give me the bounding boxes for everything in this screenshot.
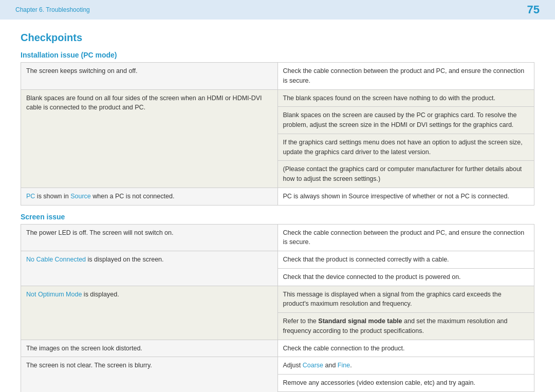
not-optimum-mode-link[interactable]: Not Optimum Mode bbox=[26, 291, 82, 298]
page-number: 75 bbox=[527, 3, 540, 16]
section-title-installation: Installation issue (PC mode) bbox=[21, 51, 534, 59]
solution-cell: The blank spaces found on the screen hav… bbox=[278, 89, 534, 107]
solution-cell: Check that the device connected to the p… bbox=[278, 268, 534, 286]
table-row: PC is shown in Source when a PC is not c… bbox=[21, 188, 534, 205]
solution-cell: This message is displayed when a signal … bbox=[278, 286, 534, 313]
solution-cell: (Please contact the graphics card or com… bbox=[278, 161, 534, 188]
solution-cell: PC is always shown in Source irrespectiv… bbox=[278, 188, 534, 205]
solution-cell: Check the cable connection between the p… bbox=[278, 224, 534, 251]
solution-cell: Adjust Coarse and Fine. bbox=[278, 357, 534, 375]
table-row: Blank spaces are found on all four sides… bbox=[21, 89, 534, 107]
issue-cell: The screen is not clear. The screen is b… bbox=[21, 357, 278, 392]
table-row: The power LED is off. The screen will no… bbox=[21, 224, 534, 251]
installation-table: The screen keeps switching on and off. C… bbox=[21, 62, 534, 206]
solution-cell: If the graphics card settings menu does … bbox=[278, 134, 534, 161]
solution-cell: Refer to the Standard signal mode table … bbox=[278, 313, 534, 340]
solution-cell: Check the cable connection to the produc… bbox=[278, 340, 534, 357]
page-header: Chapter 6. Troubleshooting 75 bbox=[0, 0, 555, 20]
issue-cell: No Cable Connected is displayed on the s… bbox=[21, 251, 278, 286]
standard-signal-text: Standard signal mode table bbox=[318, 318, 402, 325]
no-cable-connected-link[interactable]: No Cable Connected bbox=[26, 256, 86, 263]
section-title-screen: Screen issue bbox=[21, 213, 534, 221]
fine-link[interactable]: Fine bbox=[338, 362, 350, 369]
pc-link[interactable]: PC bbox=[26, 193, 35, 200]
table-row: The screen keeps switching on and off. C… bbox=[21, 63, 534, 90]
issue-cell: PC is shown in Source when a PC is not c… bbox=[21, 188, 278, 205]
coarse-link[interactable]: Coarse bbox=[303, 362, 323, 369]
chapter-label: Chapter 6. Troubleshooting bbox=[15, 6, 90, 13]
main-content: Checkpoints Installation issue (PC mode)… bbox=[0, 20, 555, 392]
source-link[interactable]: Source bbox=[70, 193, 91, 200]
issue-cell: Not Optimum Mode is displayed. bbox=[21, 286, 278, 340]
table-row: No Cable Connected is displayed on the s… bbox=[21, 251, 534, 269]
issue-cell: Blank spaces are found on all four sides… bbox=[21, 89, 278, 188]
solution-cell: Remove any accessories (video extension … bbox=[278, 375, 534, 392]
issue-cell: The screen keeps switching on and off. bbox=[21, 63, 278, 90]
solution-cell: Blank spaces on the screen are caused by… bbox=[278, 107, 534, 134]
table-row: The screen is not clear. The screen is b… bbox=[21, 357, 534, 375]
screen-table: The power LED is off. The screen will no… bbox=[21, 224, 534, 393]
issue-cell: The power LED is off. The screen will no… bbox=[21, 224, 278, 251]
issue-cell: The images on the screen look distorted. bbox=[21, 340, 278, 357]
main-title: Checkpoints bbox=[21, 32, 534, 44]
solution-cell: Check that the product is connected corr… bbox=[278, 251, 534, 269]
table-row: Not Optimum Mode is displayed. This mess… bbox=[21, 286, 534, 313]
table-row: The images on the screen look distorted.… bbox=[21, 340, 534, 357]
solution-cell: Check the cable connection between the p… bbox=[278, 63, 534, 90]
